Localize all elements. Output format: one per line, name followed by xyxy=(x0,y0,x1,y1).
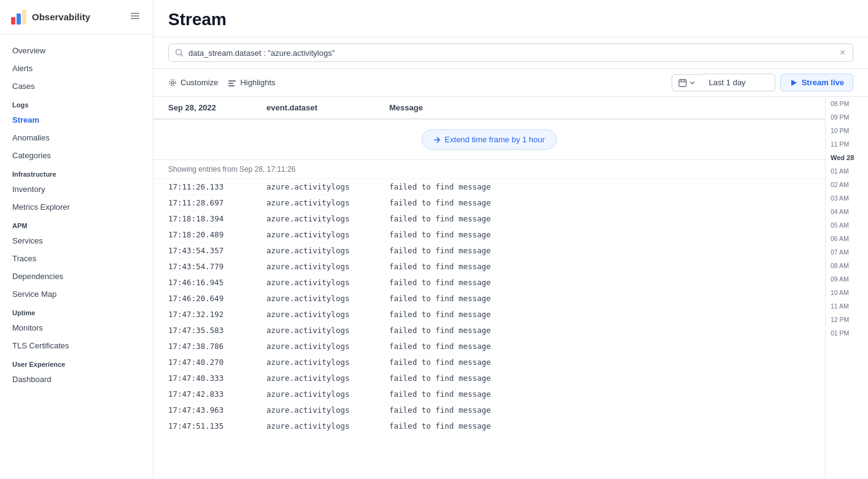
extend-timeframe-button[interactable]: Extend time frame by 1 hour xyxy=(422,129,556,150)
table-row[interactable]: 17:47:35.583 azure.activitylogs failed t… xyxy=(153,323,825,339)
cell-message: failed to find message xyxy=(389,310,810,319)
section-label-infrastructure: Infrastructure xyxy=(0,164,153,180)
timeline-item: 12 PM xyxy=(826,313,868,326)
table-row[interactable]: 17:18:20.489 azure.activitylogs failed t… xyxy=(153,227,825,243)
svg-rect-11 xyxy=(228,83,233,84)
table-row[interactable]: 17:47:40.270 azure.activitylogs failed t… xyxy=(153,354,825,370)
app-logo: Observability xyxy=(10,9,90,26)
search-box: × xyxy=(168,44,853,62)
svg-marker-17 xyxy=(791,80,797,86)
log-table-rows: 17:11:26.133 azure.activitylogs failed t… xyxy=(153,179,825,434)
table-row[interactable]: 17:47:40.333 azure.activitylogs failed t… xyxy=(153,370,825,386)
table-row[interactable]: 17:47:32.192 azure.activitylogs failed t… xyxy=(153,307,825,323)
search-icon xyxy=(175,48,184,57)
table-row[interactable]: 17:47:51.135 azure.activitylogs failed t… xyxy=(153,418,825,434)
table-row[interactable]: 17:11:28.697 azure.activitylogs failed t… xyxy=(153,195,825,211)
cell-dataset: azure.activitylogs xyxy=(266,342,389,351)
cell-message: failed to find message xyxy=(389,374,810,383)
sidebar-item-service-map[interactable]: Service Map xyxy=(0,285,153,303)
cell-message: failed to find message xyxy=(389,389,810,399)
search-input[interactable] xyxy=(188,48,834,58)
section-label-user-experience: User Experience xyxy=(0,354,153,370)
timeline-item: 09 PM xyxy=(826,110,868,124)
main-header: Stream xyxy=(153,0,868,37)
table-row[interactable]: 17:47:42.833 azure.activitylogs failed t… xyxy=(153,386,825,402)
table-row[interactable]: 17:47:43.963 azure.activitylogs failed t… xyxy=(153,402,825,418)
table-row[interactable]: 17:46:16.945 azure.activitylogs failed t… xyxy=(153,275,825,291)
sidebar-item-stream[interactable]: Stream xyxy=(0,111,153,129)
svg-rect-12 xyxy=(228,85,234,86)
cell-dataset: azure.activitylogs xyxy=(266,278,389,287)
svg-point-8 xyxy=(171,82,174,84)
highlights-button[interactable]: Highlights xyxy=(228,75,275,90)
stream-live-button[interactable]: Stream live xyxy=(780,74,853,91)
customize-button[interactable]: Customize xyxy=(168,75,218,90)
sidebar-item-tls[interactable]: TLS Certificates xyxy=(0,337,153,354)
table-row[interactable]: 17:47:38.786 azure.activitylogs failed t… xyxy=(153,339,825,354)
table-row[interactable]: 17:18:18.394 azure.activitylogs failed t… xyxy=(153,211,825,227)
header-message: Message xyxy=(389,103,810,112)
cell-timestamp: 17:11:26.133 xyxy=(168,182,266,191)
sidebar-item-anomalies[interactable]: Anomalies xyxy=(0,129,153,147)
svg-rect-10 xyxy=(228,80,236,82)
table-header: Sep 28, 2022 event.dataset Message xyxy=(153,97,825,120)
page-title: Stream xyxy=(168,10,853,29)
sidebar-header: Observability xyxy=(0,0,153,34)
cell-message: failed to find message xyxy=(389,246,810,255)
section-label-logs: Logs xyxy=(0,95,153,111)
cell-message: failed to find message xyxy=(389,326,810,335)
svg-point-9 xyxy=(169,80,176,86)
sidebar-item-dashboard[interactable]: Dashboard xyxy=(0,370,153,388)
cell-dataset: azure.activitylogs xyxy=(266,358,389,367)
sidebar-item-dependencies[interactable]: Dependencies xyxy=(0,267,153,285)
sidebar-item-overview[interactable]: Overview xyxy=(0,42,153,59)
log-table-container[interactable]: Sep 28, 2022 event.dataset Message Exten… xyxy=(153,97,825,479)
search-clear-button[interactable]: × xyxy=(839,48,847,58)
cell-timestamp: 17:47:43.963 xyxy=(168,405,266,415)
sidebar-item-categories[interactable]: Categories xyxy=(0,147,153,164)
entries-info: Showing entries from Sep 28, 17:11:26 xyxy=(153,160,825,179)
sidebar-item-cases[interactable]: Cases xyxy=(0,77,153,95)
cell-dataset: azure.activitylogs xyxy=(266,405,389,415)
cell-message: failed to find message xyxy=(389,262,810,271)
timeline-item: 02 AM xyxy=(826,178,868,191)
cell-timestamp: 17:18:18.394 xyxy=(168,214,266,223)
cell-dataset: azure.activitylogs xyxy=(266,294,389,303)
cell-timestamp: 17:47:35.583 xyxy=(168,326,266,335)
svg-rect-1 xyxy=(17,13,21,25)
sidebar-toggle-button[interactable] xyxy=(127,8,143,26)
timeline-item: 03 AM xyxy=(826,191,868,205)
timeline-sidebar: 08 PM09 PM10 PM11 PMWed 2801 AM02 AM03 A… xyxy=(825,97,868,479)
timeline-item: 09 AM xyxy=(826,272,868,286)
cell-message: failed to find message xyxy=(389,214,810,223)
action-bar-left: Customize Highlights xyxy=(168,75,276,90)
header-dataset: event.dataset xyxy=(266,103,389,112)
cell-dataset: azure.activitylogs xyxy=(266,374,389,383)
svg-rect-13 xyxy=(679,80,686,86)
sidebar-item-metrics[interactable]: Metrics Explorer xyxy=(0,198,153,216)
svg-rect-2 xyxy=(22,10,26,25)
timeline-item: 06 AM xyxy=(826,232,868,245)
sidebar-item-traces[interactable]: Traces xyxy=(0,250,153,267)
sidebar-nav: Overview Alerts Cases Logs Stream Anomal… xyxy=(0,34,153,479)
table-row[interactable]: 17:11:26.133 azure.activitylogs failed t… xyxy=(153,179,825,195)
table-row[interactable]: 17:43:54.357 azure.activitylogs failed t… xyxy=(153,243,825,259)
timeline-item: 07 AM xyxy=(826,245,868,259)
sidebar-item-inventory[interactable]: Inventory xyxy=(0,180,153,198)
cell-dataset: azure.activitylogs xyxy=(266,389,389,399)
table-row[interactable]: 17:43:54.779 azure.activitylogs failed t… xyxy=(153,259,825,275)
sidebar-item-alerts[interactable]: Alerts xyxy=(0,59,153,77)
cell-dataset: azure.activitylogs xyxy=(266,246,389,255)
sidebar-item-monitors[interactable]: Monitors xyxy=(0,319,153,337)
cell-timestamp: 17:43:54.357 xyxy=(168,246,266,255)
calendar-button[interactable] xyxy=(672,74,702,91)
play-icon xyxy=(789,79,798,87)
sidebar-item-services[interactable]: Services xyxy=(0,232,153,250)
timeline-item: 10 AM xyxy=(826,286,868,299)
timeline-item: 11 AM xyxy=(826,299,868,313)
time-picker: Last 1 day xyxy=(672,74,775,91)
cell-timestamp: 17:47:38.786 xyxy=(168,342,266,351)
table-row[interactable]: 17:46:20.649 azure.activitylogs failed t… xyxy=(153,291,825,307)
cell-message: failed to find message xyxy=(389,405,810,415)
cell-dataset: azure.activitylogs xyxy=(266,310,389,319)
